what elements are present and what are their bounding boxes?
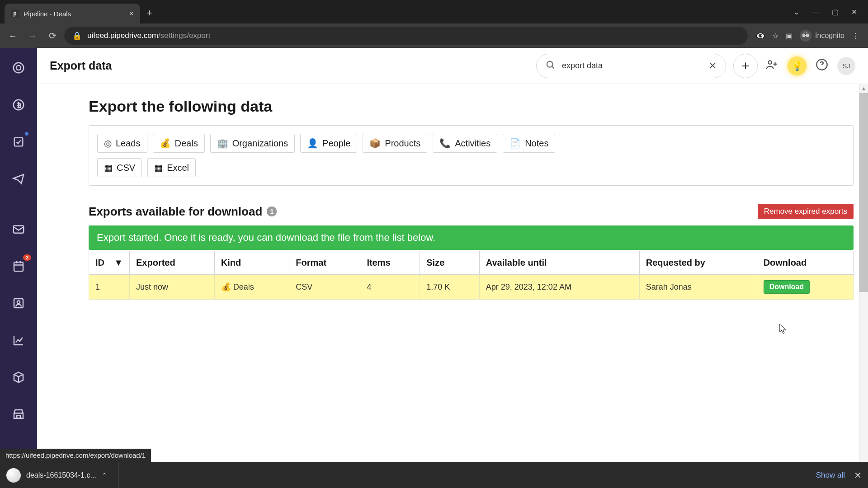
- sidebar-item-market[interactable]: [10, 406, 27, 422]
- export-type-organizations[interactable]: 🏢Organizations: [210, 134, 295, 153]
- col-exported[interactable]: Exported: [130, 251, 215, 275]
- eye-off-icon[interactable]: 👁‍🗨: [756, 32, 765, 40]
- download-shelf: deals-16615034-1.c... ⌃ Show all ✕: [0, 462, 868, 488]
- table-row: 1 Just now 💰 Deals CSV 4 1.70 K Apr 29, …: [89, 275, 854, 300]
- scrollbar-thumb[interactable]: [859, 93, 868, 292]
- sort-desc-icon: ▼: [114, 258, 123, 268]
- minimize-icon[interactable]: —: [812, 8, 819, 16]
- maximize-icon[interactable]: ▢: [832, 8, 839, 16]
- svg-point-1: [16, 66, 21, 70]
- incognito-label: Incognito: [815, 32, 844, 40]
- chevron-up-icon[interactable]: ⌃: [102, 472, 107, 479]
- browser-tab[interactable]: p Pipeline - Deals ×: [5, 4, 140, 23]
- help-icon[interactable]: [816, 58, 828, 74]
- lock-icon: 🔒: [72, 31, 82, 41]
- sidebar-item-deals[interactable]: [10, 97, 27, 113]
- hint-bulb-icon[interactable]: 💡: [788, 56, 807, 75]
- sidebar-item-contacts[interactable]: [10, 295, 27, 311]
- invite-users-icon[interactable]: [765, 58, 778, 74]
- cell-download: Download: [757, 275, 853, 300]
- export-type-leads[interactable]: ◎Leads: [97, 134, 147, 153]
- col-items[interactable]: Items: [360, 251, 420, 275]
- reload-button[interactable]: ⟳: [44, 28, 61, 44]
- search-icon: [546, 60, 556, 72]
- export-format-csv[interactable]: ▦CSV: [97, 158, 142, 177]
- export-type-deals[interactable]: 💰Deals: [153, 134, 205, 153]
- tab-title: Pipeline - Deals: [24, 10, 71, 18]
- export-type-products[interactable]: 📦Products: [363, 134, 427, 153]
- new-tab-button[interactable]: +: [140, 7, 159, 19]
- downloads-heading: Exports available for download 1: [89, 205, 277, 219]
- svg-point-8: [547, 61, 553, 67]
- svg-point-7: [17, 300, 20, 303]
- col-download[interactable]: Download: [757, 251, 853, 275]
- svg-point-0: [14, 63, 24, 73]
- content-heading: Export the following data: [89, 98, 854, 115]
- svg-rect-4: [14, 226, 24, 233]
- close-tab-icon[interactable]: ×: [129, 9, 134, 19]
- window-controls: ⌄ — ▢ ✕: [783, 8, 868, 16]
- cell-until: Apr 29, 2023, 12:02 AM: [479, 275, 639, 300]
- export-format-excel[interactable]: ▦Excel: [147, 158, 196, 177]
- extensions-icon[interactable]: ▣: [786, 32, 793, 40]
- add-button[interactable]: +: [733, 54, 758, 78]
- forward-button[interactable]: →: [24, 28, 41, 44]
- cell-format: CSV: [289, 275, 360, 300]
- col-size[interactable]: Size: [420, 251, 480, 275]
- remove-expired-button[interactable]: Remove expired exports: [758, 204, 854, 219]
- sidebar-item-insights[interactable]: [10, 332, 27, 348]
- menu-icon[interactable]: ⋮: [852, 32, 859, 40]
- caret-down-icon[interactable]: ⌄: [793, 8, 799, 16]
- bookmark-icon[interactable]: ☆: [772, 32, 778, 40]
- col-by[interactable]: Requested by: [639, 251, 757, 275]
- sidebar-item-projects[interactable]: [10, 134, 27, 150]
- cell-items: 4: [360, 275, 420, 300]
- sidebar-item-leads[interactable]: [10, 60, 27, 76]
- scrollbar[interactable]: ▲: [859, 84, 868, 462]
- phone-icon: 📞: [439, 138, 451, 149]
- building-icon: 🏢: [217, 138, 228, 149]
- search-input[interactable]: [562, 61, 702, 70]
- close-window-icon[interactable]: ✕: [851, 8, 857, 16]
- clear-search-icon[interactable]: ✕: [708, 60, 717, 72]
- sidebar-item-campaigns[interactable]: [10, 171, 27, 187]
- scroll-up-icon[interactable]: ▲: [859, 84, 868, 93]
- favicon-icon: p: [11, 9, 19, 18]
- export-types-panel: ◎Leads 💰Deals 🏢Organizations 👤People 📦Pr…: [89, 125, 854, 186]
- note-icon: 📄: [509, 138, 521, 149]
- svg-point-9: [769, 61, 772, 64]
- cell-by: Sarah Jonas: [639, 275, 757, 300]
- url-path: /settings/export: [158, 31, 210, 40]
- close-shelf-icon[interactable]: ✕: [854, 470, 862, 481]
- col-format[interactable]: Format: [289, 251, 360, 275]
- address-bar: ← → ⟳ 🔒 uifeed.pipedrive.com/settings/ex…: [0, 23, 868, 48]
- export-type-people[interactable]: 👤People: [300, 134, 357, 153]
- sidebar-item-mail[interactable]: [10, 221, 27, 237]
- cell-id: 1: [89, 275, 130, 300]
- download-item[interactable]: deals-16615034-1.c... ⌃: [6, 462, 118, 488]
- search-box[interactable]: ✕: [536, 54, 726, 78]
- cell-exported: Just now: [130, 275, 215, 300]
- back-button[interactable]: ←: [5, 28, 21, 44]
- col-kind[interactable]: Kind: [214, 251, 289, 275]
- export-type-activities[interactable]: 📞Activities: [433, 134, 497, 153]
- col-id[interactable]: ID ▼: [89, 251, 130, 275]
- sidebar-item-activities[interactable]: 2: [10, 258, 27, 274]
- col-until[interactable]: Available until: [479, 251, 639, 275]
- left-sidebar: 2: [0, 48, 37, 462]
- moneybag-icon: 💰: [221, 282, 231, 291]
- cube-icon: 📦: [369, 138, 381, 149]
- sidebar-item-products[interactable]: [10, 369, 27, 385]
- user-avatar[interactable]: SJ: [837, 57, 855, 75]
- export-type-notes[interactable]: 📄Notes: [503, 134, 555, 153]
- url-field[interactable]: 🔒 uifeed.pipedrive.com/settings/export: [64, 27, 748, 45]
- url-domain: uifeed.pipedrive.com: [87, 31, 158, 40]
- download-button[interactable]: Download: [764, 280, 810, 294]
- show-all-downloads[interactable]: Show all: [816, 471, 845, 480]
- status-banner: Export started. Once it is ready, you ca…: [89, 225, 854, 250]
- downloads-count-badge: 1: [267, 206, 277, 216]
- person-icon: 👤: [307, 138, 318, 149]
- cell-kind: 💰 Deals: [214, 275, 289, 300]
- chrome-icon: [6, 468, 21, 483]
- main-content: Export the following data ◎Leads 💰Deals …: [74, 48, 868, 462]
